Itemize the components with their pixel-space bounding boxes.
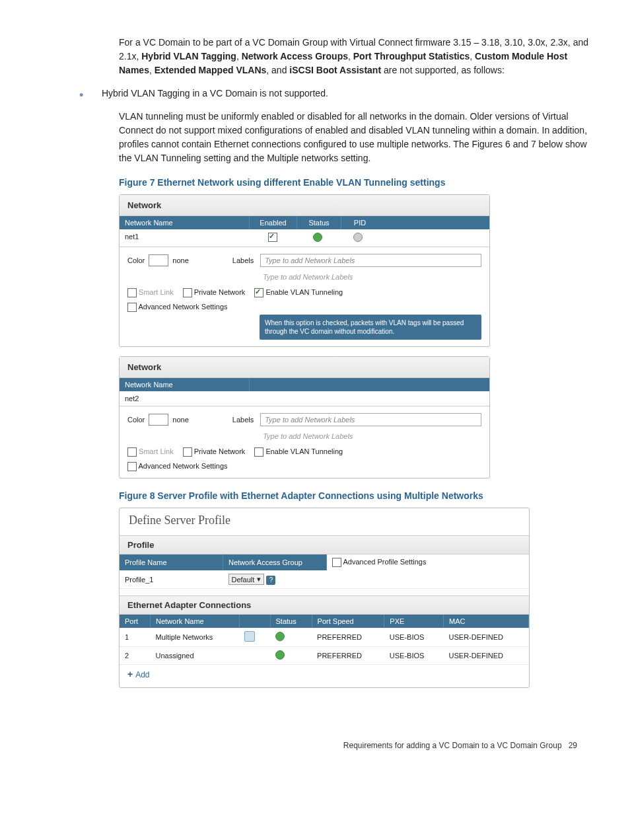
page-footer: Requirements for adding a VC Domain to a…: [40, 741, 590, 750]
figure7-caption: Figure 7 Ethernet Network using differen…: [119, 177, 590, 188]
figure7-panel-net2: Network Network Name net2 Color none Lab…: [119, 356, 490, 478]
color-label: Color: [127, 416, 145, 424]
pid-icon: [353, 233, 363, 242]
add-button[interactable]: Add: [120, 665, 529, 683]
labels-input[interactable]: Type to add Network Labels: [260, 254, 481, 267]
vlan-tunneling-checkbox[interactable]: [254, 288, 263, 297]
private-network-checkbox[interactable]: [183, 288, 192, 297]
status-ok-icon: [313, 233, 322, 242]
color-label: Color: [127, 256, 145, 264]
vlan-tunneling-tooltip: When this option is checked, packets wit…: [260, 315, 481, 340]
eac-section-header: Ethernet Adapter Connections: [120, 595, 529, 615]
profile-name-value: Profile_1: [120, 570, 223, 589]
table-header-row: Network Name Enabled Status PID: [120, 216, 489, 229]
enabled-checkbox[interactable]: [268, 233, 277, 242]
table-row[interactable]: 1 Multiple Networks PREFERRED USE-BIOS U…: [120, 628, 529, 647]
intro-paragraph: For a VC Domain to be part of a VC Domai…: [119, 36, 590, 77]
help-icon[interactable]: ?: [266, 576, 275, 585]
eac-table: Port Network Name Status Port Speed PXE …: [120, 615, 529, 665]
panel-header: Network: [120, 357, 489, 378]
smartlink-checkbox[interactable]: [127, 447, 137, 457]
figure8-panel: Define Server Profile Profile Profile Na…: [119, 508, 530, 688]
status-ok-icon: [275, 632, 285, 641]
labels-input[interactable]: Type to add Network Labels: [260, 413, 481, 426]
color-swatch[interactable]: [149, 414, 168, 426]
color-value: none: [172, 256, 188, 264]
bullet-list: Hybrid VLAN Tagging in a VC Domain is no…: [99, 87, 590, 165]
vlan-tunneling-checkbox[interactable]: [254, 447, 263, 457]
private-network-checkbox[interactable]: [183, 447, 192, 457]
smartlink-checkbox[interactable]: [127, 288, 137, 297]
network-access-group-dropdown[interactable]: Default ▾: [228, 574, 265, 585]
chevron-down-icon: ▾: [257, 575, 261, 584]
edit-icon[interactable]: [244, 631, 255, 642]
advanced-profile-checkbox[interactable]: [332, 558, 341, 567]
panel-header: Network: [120, 195, 489, 216]
labels-label: Labels: [232, 416, 254, 424]
color-value: none: [172, 416, 188, 424]
advanced-profile-label: Advanced Profile Settings: [343, 558, 426, 566]
table-row: net2: [120, 391, 489, 406]
color-swatch[interactable]: [149, 254, 168, 266]
profile-section-header: Profile: [120, 535, 529, 554]
advanced-settings-checkbox[interactable]: [127, 462, 137, 471]
advanced-settings-checkbox[interactable]: [127, 303, 137, 312]
bullet-item: Hybrid VLAN Tagging in a VC Domain is no…: [102, 88, 328, 98]
table-row[interactable]: 2 Unassigned PREFERRED USE-BIOS USER-DEF…: [120, 647, 529, 665]
table-header-row: Network Name: [120, 378, 489, 391]
profile-table: Profile Name Network Access Group Advanc…: [120, 554, 529, 589]
figure7-panel-net1: Network Network Name Enabled Status PID …: [119, 194, 490, 347]
bullet-subparagraph: VLAN tunneling must be uniformly enabled…: [119, 110, 590, 165]
labels-label: Labels: [232, 256, 254, 264]
define-server-profile-title: Define Server Profile: [120, 508, 529, 535]
table-row: net1: [120, 229, 489, 247]
figure8-caption: Figure 8 Server Profile with Ethernet Ad…: [119, 490, 590, 501]
status-ok-icon: [275, 650, 285, 660]
